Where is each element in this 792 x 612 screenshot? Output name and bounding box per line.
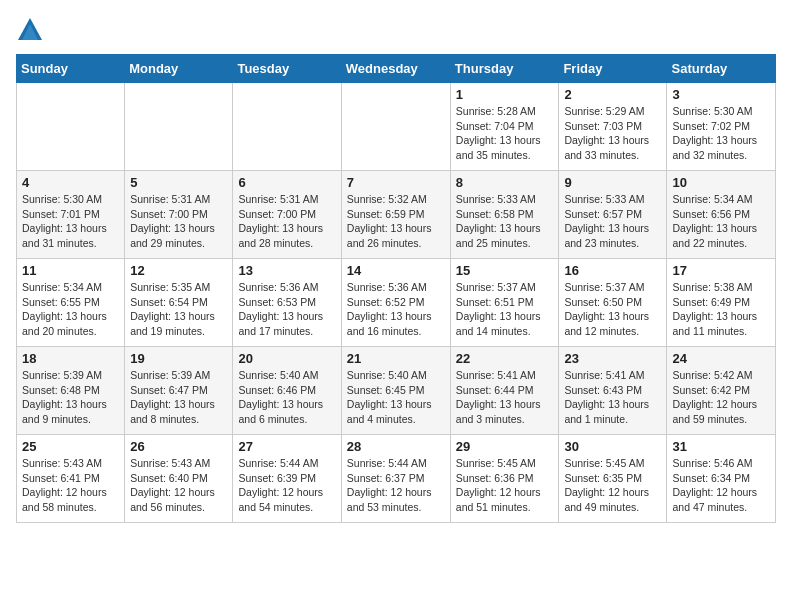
day-number: 17 — [672, 263, 770, 278]
day-info: Sunrise: 5:39 AM Sunset: 6:48 PM Dayligh… — [22, 368, 119, 427]
day-number: 25 — [22, 439, 119, 454]
calendar-day-cell: 23Sunrise: 5:41 AM Sunset: 6:43 PM Dayli… — [559, 347, 667, 435]
day-number: 29 — [456, 439, 554, 454]
calendar-day-cell: 1Sunrise: 5:28 AM Sunset: 7:04 PM Daylig… — [450, 83, 559, 171]
calendar-day-cell: 25Sunrise: 5:43 AM Sunset: 6:41 PM Dayli… — [17, 435, 125, 523]
day-info: Sunrise: 5:40 AM Sunset: 6:45 PM Dayligh… — [347, 368, 445, 427]
day-info: Sunrise: 5:34 AM Sunset: 6:55 PM Dayligh… — [22, 280, 119, 339]
calendar-day-cell: 26Sunrise: 5:43 AM Sunset: 6:40 PM Dayli… — [125, 435, 233, 523]
day-of-week-header: Saturday — [667, 55, 776, 83]
calendar-day-cell: 29Sunrise: 5:45 AM Sunset: 6:36 PM Dayli… — [450, 435, 559, 523]
calendar-day-cell: 16Sunrise: 5:37 AM Sunset: 6:50 PM Dayli… — [559, 259, 667, 347]
day-of-week-header: Tuesday — [233, 55, 341, 83]
day-number: 16 — [564, 263, 661, 278]
day-info: Sunrise: 5:41 AM Sunset: 6:44 PM Dayligh… — [456, 368, 554, 427]
day-info: Sunrise: 5:44 AM Sunset: 6:37 PM Dayligh… — [347, 456, 445, 515]
day-number: 5 — [130, 175, 227, 190]
day-info: Sunrise: 5:43 AM Sunset: 6:41 PM Dayligh… — [22, 456, 119, 515]
day-info: Sunrise: 5:29 AM Sunset: 7:03 PM Dayligh… — [564, 104, 661, 163]
calendar-day-cell: 24Sunrise: 5:42 AM Sunset: 6:42 PM Dayli… — [667, 347, 776, 435]
day-of-week-header: Wednesday — [341, 55, 450, 83]
calendar-day-cell: 10Sunrise: 5:34 AM Sunset: 6:56 PM Dayli… — [667, 171, 776, 259]
calendar-day-cell: 14Sunrise: 5:36 AM Sunset: 6:52 PM Dayli… — [341, 259, 450, 347]
day-info: Sunrise: 5:39 AM Sunset: 6:47 PM Dayligh… — [130, 368, 227, 427]
calendar-week-row: 4Sunrise: 5:30 AM Sunset: 7:01 PM Daylig… — [17, 171, 776, 259]
calendar-day-cell: 11Sunrise: 5:34 AM Sunset: 6:55 PM Dayli… — [17, 259, 125, 347]
day-info: Sunrise: 5:32 AM Sunset: 6:59 PM Dayligh… — [347, 192, 445, 251]
day-info: Sunrise: 5:31 AM Sunset: 7:00 PM Dayligh… — [130, 192, 227, 251]
calendar-day-cell: 31Sunrise: 5:46 AM Sunset: 6:34 PM Dayli… — [667, 435, 776, 523]
day-number: 21 — [347, 351, 445, 366]
day-info: Sunrise: 5:30 AM Sunset: 7:02 PM Dayligh… — [672, 104, 770, 163]
calendar-header-row: SundayMondayTuesdayWednesdayThursdayFrid… — [17, 55, 776, 83]
calendar-day-cell — [125, 83, 233, 171]
calendar-week-row: 1Sunrise: 5:28 AM Sunset: 7:04 PM Daylig… — [17, 83, 776, 171]
calendar-day-cell: 30Sunrise: 5:45 AM Sunset: 6:35 PM Dayli… — [559, 435, 667, 523]
page-header — [16, 16, 776, 44]
day-info: Sunrise: 5:45 AM Sunset: 6:36 PM Dayligh… — [456, 456, 554, 515]
logo — [16, 16, 48, 44]
day-info: Sunrise: 5:31 AM Sunset: 7:00 PM Dayligh… — [238, 192, 335, 251]
day-info: Sunrise: 5:36 AM Sunset: 6:53 PM Dayligh… — [238, 280, 335, 339]
calendar-day-cell: 6Sunrise: 5:31 AM Sunset: 7:00 PM Daylig… — [233, 171, 341, 259]
calendar-day-cell: 9Sunrise: 5:33 AM Sunset: 6:57 PM Daylig… — [559, 171, 667, 259]
calendar-day-cell: 2Sunrise: 5:29 AM Sunset: 7:03 PM Daylig… — [559, 83, 667, 171]
day-info: Sunrise: 5:43 AM Sunset: 6:40 PM Dayligh… — [130, 456, 227, 515]
day-info: Sunrise: 5:46 AM Sunset: 6:34 PM Dayligh… — [672, 456, 770, 515]
calendar-week-row: 11Sunrise: 5:34 AM Sunset: 6:55 PM Dayli… — [17, 259, 776, 347]
day-number: 19 — [130, 351, 227, 366]
day-number: 22 — [456, 351, 554, 366]
day-number: 23 — [564, 351, 661, 366]
day-number: 13 — [238, 263, 335, 278]
day-number: 31 — [672, 439, 770, 454]
day-info: Sunrise: 5:40 AM Sunset: 6:46 PM Dayligh… — [238, 368, 335, 427]
calendar-day-cell: 7Sunrise: 5:32 AM Sunset: 6:59 PM Daylig… — [341, 171, 450, 259]
day-info: Sunrise: 5:33 AM Sunset: 6:58 PM Dayligh… — [456, 192, 554, 251]
day-info: Sunrise: 5:36 AM Sunset: 6:52 PM Dayligh… — [347, 280, 445, 339]
day-info: Sunrise: 5:35 AM Sunset: 6:54 PM Dayligh… — [130, 280, 227, 339]
calendar-day-cell: 15Sunrise: 5:37 AM Sunset: 6:51 PM Dayli… — [450, 259, 559, 347]
day-number: 8 — [456, 175, 554, 190]
calendar-day-cell — [341, 83, 450, 171]
day-of-week-header: Monday — [125, 55, 233, 83]
calendar-day-cell: 5Sunrise: 5:31 AM Sunset: 7:00 PM Daylig… — [125, 171, 233, 259]
day-number: 2 — [564, 87, 661, 102]
day-number: 6 — [238, 175, 335, 190]
day-of-week-header: Thursday — [450, 55, 559, 83]
day-info: Sunrise: 5:33 AM Sunset: 6:57 PM Dayligh… — [564, 192, 661, 251]
day-number: 11 — [22, 263, 119, 278]
calendar-day-cell: 3Sunrise: 5:30 AM Sunset: 7:02 PM Daylig… — [667, 83, 776, 171]
day-number: 30 — [564, 439, 661, 454]
day-info: Sunrise: 5:38 AM Sunset: 6:49 PM Dayligh… — [672, 280, 770, 339]
day-number: 15 — [456, 263, 554, 278]
day-of-week-header: Friday — [559, 55, 667, 83]
day-info: Sunrise: 5:28 AM Sunset: 7:04 PM Dayligh… — [456, 104, 554, 163]
day-number: 18 — [22, 351, 119, 366]
day-number: 7 — [347, 175, 445, 190]
calendar-day-cell: 17Sunrise: 5:38 AM Sunset: 6:49 PM Dayli… — [667, 259, 776, 347]
day-info: Sunrise: 5:34 AM Sunset: 6:56 PM Dayligh… — [672, 192, 770, 251]
calendar-day-cell: 8Sunrise: 5:33 AM Sunset: 6:58 PM Daylig… — [450, 171, 559, 259]
day-number: 14 — [347, 263, 445, 278]
day-info: Sunrise: 5:37 AM Sunset: 6:51 PM Dayligh… — [456, 280, 554, 339]
calendar-day-cell: 20Sunrise: 5:40 AM Sunset: 6:46 PM Dayli… — [233, 347, 341, 435]
calendar-day-cell: 13Sunrise: 5:36 AM Sunset: 6:53 PM Dayli… — [233, 259, 341, 347]
calendar-day-cell: 21Sunrise: 5:40 AM Sunset: 6:45 PM Dayli… — [341, 347, 450, 435]
day-info: Sunrise: 5:42 AM Sunset: 6:42 PM Dayligh… — [672, 368, 770, 427]
calendar-day-cell: 4Sunrise: 5:30 AM Sunset: 7:01 PM Daylig… — [17, 171, 125, 259]
day-number: 4 — [22, 175, 119, 190]
calendar-day-cell: 12Sunrise: 5:35 AM Sunset: 6:54 PM Dayli… — [125, 259, 233, 347]
day-number: 28 — [347, 439, 445, 454]
calendar-table: SundayMondayTuesdayWednesdayThursdayFrid… — [16, 54, 776, 523]
day-number: 24 — [672, 351, 770, 366]
day-number: 9 — [564, 175, 661, 190]
day-number: 12 — [130, 263, 227, 278]
day-info: Sunrise: 5:30 AM Sunset: 7:01 PM Dayligh… — [22, 192, 119, 251]
day-number: 10 — [672, 175, 770, 190]
calendar-day-cell — [233, 83, 341, 171]
day-number: 20 — [238, 351, 335, 366]
calendar-week-row: 18Sunrise: 5:39 AM Sunset: 6:48 PM Dayli… — [17, 347, 776, 435]
day-info: Sunrise: 5:44 AM Sunset: 6:39 PM Dayligh… — [238, 456, 335, 515]
day-info: Sunrise: 5:41 AM Sunset: 6:43 PM Dayligh… — [564, 368, 661, 427]
day-number: 26 — [130, 439, 227, 454]
